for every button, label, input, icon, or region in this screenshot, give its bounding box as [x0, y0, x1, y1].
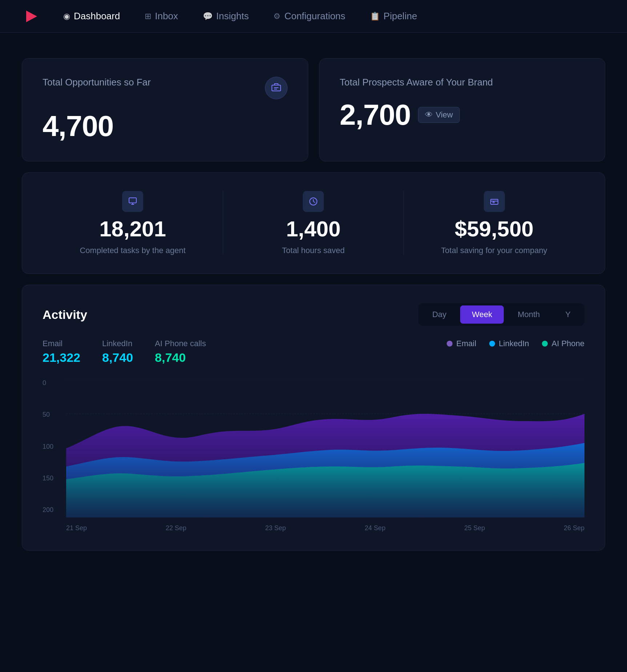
nav-item-configurations[interactable]: ⚙ Configurations	[268, 8, 350, 25]
opportunities-card-header: Total Opportunities so Far	[43, 77, 288, 99]
phone-metric: AI Phone calls 8,740	[155, 339, 206, 365]
svg-rect-13	[493, 202, 494, 203]
prospects-number: 2,700	[340, 98, 411, 132]
email-metric: Email 21,322	[43, 339, 80, 365]
inbox-icon: ⊞	[145, 12, 151, 21]
tab-day[interactable]: Day	[421, 305, 458, 324]
tab-month[interactable]: Month	[506, 305, 551, 324]
nav-item-configurations-label: Configurations	[284, 11, 345, 22]
linkedin-metric-value: 8,740	[102, 351, 133, 365]
phone-metric-value: 8,740	[155, 351, 206, 365]
tab-year[interactable]: Y	[554, 305, 582, 324]
nav-items: ◉ Dashboard ⊞ Inbox 💬 Insights ⚙ Configu…	[58, 8, 422, 25]
opportunities-value: 4,700	[43, 109, 288, 143]
opportunities-card: Total Opportunities so Far 4,700	[22, 58, 308, 161]
tasks-value: 18,201	[99, 216, 166, 241]
legend-linkedin-label: LinkedIn	[499, 339, 529, 348]
nav-item-insights-label: Insights	[216, 11, 249, 22]
nav-item-pipeline[interactable]: 📋 Pipeline	[365, 8, 422, 25]
chart-legend: Email LinkedIn AI Phone	[447, 339, 584, 348]
activity-card: Activity Day Week Month Y Email 21,322 L…	[22, 285, 605, 551]
chart-svg-area	[66, 379, 584, 517]
nav-item-pipeline-label: Pipeline	[383, 11, 417, 22]
y-label-50: 50	[43, 411, 64, 419]
nav-item-insights[interactable]: 💬 Insights	[198, 8, 254, 25]
chart-svg	[66, 379, 584, 517]
x-label-25sep: 25 Sep	[464, 524, 485, 532]
legend-linkedin: LinkedIn	[489, 339, 529, 348]
logo[interactable]	[22, 7, 41, 26]
x-label-23sep: 23 Sep	[265, 524, 286, 532]
y-label-0: 0	[43, 379, 64, 387]
configurations-icon: ⚙	[273, 12, 281, 21]
x-label-21sep: 21 Sep	[66, 524, 87, 532]
chart-x-labels: 21 Sep 22 Sep 23 Sep 24 Sep 25 Sep 26 Se…	[66, 524, 584, 532]
y-label-200: 200	[43, 506, 64, 514]
phone-metric-label: AI Phone calls	[155, 339, 206, 348]
linkedin-metric: LinkedIn 8,740	[102, 339, 133, 365]
svg-rect-5	[129, 198, 136, 203]
legend-linkedin-dot	[489, 341, 495, 347]
nav-item-dashboard-label: Dashboard	[74, 11, 120, 22]
x-label-24sep: 24 Sep	[365, 524, 385, 532]
prospects-title: Total Prospects Aware of Your Brand	[340, 77, 493, 88]
dashboard-icon: ◉	[63, 12, 70, 21]
nav-item-inbox-label: Inbox	[155, 11, 178, 22]
stats-row-1: Total Opportunities so Far 4,700 Total P…	[22, 58, 605, 161]
nav-item-inbox[interactable]: ⊞ Inbox	[140, 8, 183, 25]
navbar: ◉ Dashboard ⊞ Inbox 💬 Insights ⚙ Configu…	[0, 0, 627, 33]
y-label-100: 100	[43, 443, 64, 451]
savings-icon	[484, 191, 505, 212]
activity-chart: 200 150 100 50 0	[43, 379, 584, 532]
main-content: Total Opportunities so Far 4,700 Total P…	[0, 33, 627, 576]
insights-icon: 💬	[203, 12, 213, 21]
stats-row-2: 18,201 Completed tasks by the agent 1,40…	[22, 172, 605, 274]
hours-value: 1,400	[286, 216, 341, 241]
legend-ai-phone: AI Phone	[542, 339, 584, 348]
hours-label: Total hours saved	[282, 246, 345, 255]
view-label: View	[436, 110, 453, 120]
legend-ai-phone-label: AI Phone	[551, 339, 584, 348]
legend-email-dot	[447, 341, 453, 347]
prospects-card-header: Total Prospects Aware of Your Brand	[340, 77, 585, 88]
email-metric-label: Email	[43, 339, 80, 348]
activity-metrics: Email 21,322 LinkedIn 8,740 AI Phone cal…	[43, 339, 206, 365]
email-metric-value: 21,322	[43, 351, 80, 365]
legend-email: Email	[447, 339, 476, 348]
svg-rect-2	[274, 84, 278, 85]
x-label-26sep: 26 Sep	[564, 524, 584, 532]
opportunities-title: Total Opportunities so Far	[43, 77, 151, 88]
tasks-label: Completed tasks by the agent	[80, 246, 185, 255]
tab-week[interactable]: Week	[460, 305, 504, 324]
savings-label: Total saving for your company	[441, 246, 547, 255]
activity-title: Activity	[43, 308, 87, 322]
stat-tasks: 18,201 Completed tasks by the agent	[43, 191, 223, 255]
savings-value: $59,500	[455, 216, 534, 241]
pipeline-icon: 📋	[370, 12, 380, 21]
svg-line-10	[313, 201, 315, 203]
activity-tab-group: Day Week Month Y	[418, 303, 584, 326]
eye-icon: 👁	[425, 110, 433, 120]
legend-ai-phone-dot	[542, 341, 548, 347]
legend-email-label: Email	[456, 339, 476, 348]
chart-y-labels: 200 150 100 50 0	[43, 379, 64, 517]
view-button[interactable]: 👁 View	[418, 107, 460, 123]
linkedin-metric-label: LinkedIn	[102, 339, 133, 348]
tasks-icon	[122, 191, 143, 212]
stat-savings: $59,500 Total saving for your company	[404, 191, 584, 255]
stat-hours: 1,400 Total hours saved	[223, 191, 404, 255]
hours-icon	[303, 191, 324, 212]
nav-item-dashboard[interactable]: ◉ Dashboard	[58, 8, 125, 25]
prospects-value: 2,700 👁 View	[340, 98, 585, 132]
activity-header: Activity Day Week Month Y	[43, 303, 584, 326]
prospects-card: Total Prospects Aware of Your Brand 2,70…	[319, 58, 606, 161]
opportunities-icon	[265, 77, 288, 99]
x-label-22sep: 22 Sep	[166, 524, 186, 532]
y-label-150: 150	[43, 475, 64, 482]
svg-marker-0	[26, 11, 37, 22]
